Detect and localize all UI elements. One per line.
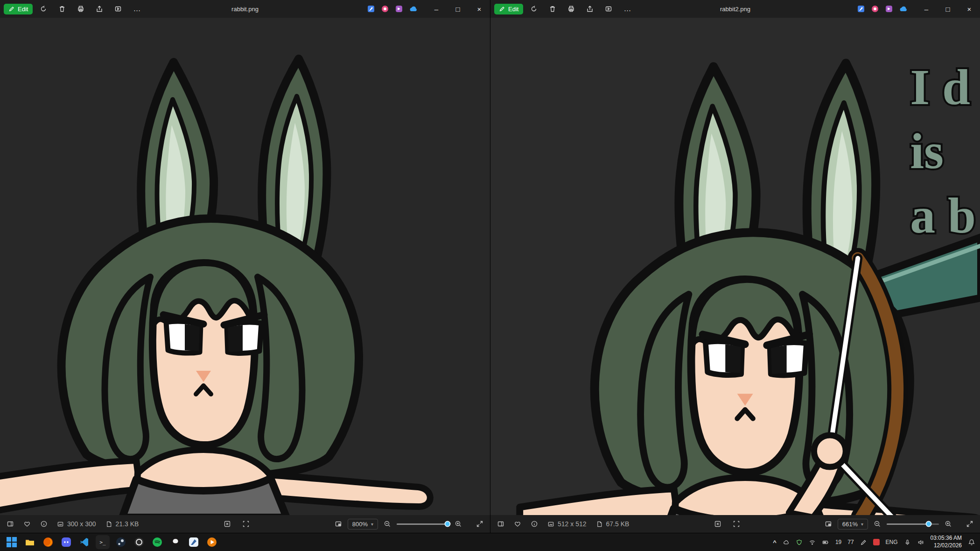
chevron-down-icon: ▾ xyxy=(371,522,373,527)
status-left-group: 512 x 512 67.5 KB xyxy=(497,520,629,528)
zoom-in-icon[interactable] xyxy=(945,520,952,528)
favorite-icon[interactable] xyxy=(23,520,31,528)
language-indicator[interactable]: ENG xyxy=(886,539,898,545)
delete-button[interactable] xyxy=(545,2,560,16)
toolbar-left: Edit … xyxy=(0,2,145,16)
more-button[interactable]: … xyxy=(129,2,145,16)
more-button[interactable]: … xyxy=(619,2,635,16)
recording-indicator-icon[interactable] xyxy=(873,539,880,545)
fit-to-window-icon[interactable] xyxy=(714,520,721,528)
slideshow-button[interactable] xyxy=(601,2,616,16)
thumbnail-toggle-icon[interactable] xyxy=(335,520,342,528)
maximize-button[interactable]: □ xyxy=(937,0,959,18)
info-icon[interactable] xyxy=(40,520,48,528)
onedrive-icon[interactable] xyxy=(899,6,908,12)
maximize-button[interactable]: □ xyxy=(447,0,469,18)
fullscreen-icon[interactable] xyxy=(966,520,973,528)
fit-to-window-icon[interactable] xyxy=(224,520,231,528)
vscode-icon[interactable] xyxy=(77,535,91,549)
edit-button[interactable]: Edit xyxy=(494,4,523,14)
tray-overflow-chevron-icon[interactable]: ^ xyxy=(773,539,777,546)
battery-icon[interactable] xyxy=(822,539,829,546)
tray-counter-b[interactable]: 77 xyxy=(847,539,854,545)
print-button[interactable] xyxy=(73,2,89,16)
share-button[interactable] xyxy=(582,2,598,16)
thumbnail-toggle-icon[interactable] xyxy=(825,520,832,528)
zoom-out-icon[interactable] xyxy=(384,520,391,528)
spotify-icon[interactable] xyxy=(150,535,164,549)
info-icon[interactable] xyxy=(531,520,538,528)
minimize-button[interactable]: – xyxy=(916,0,937,18)
zoom-level-dropdown[interactable]: 661% ▾ xyxy=(838,519,868,530)
zoom-slider[interactable] xyxy=(887,523,939,525)
clock[interactable]: 03:05:36 AM 12/02/2026 xyxy=(931,535,962,549)
filmstrip-toggle-icon[interactable] xyxy=(497,520,504,528)
zoom-slider[interactable] xyxy=(397,523,449,525)
ellipsis-icon: … xyxy=(133,5,140,13)
onedrive-icon[interactable] xyxy=(409,6,418,12)
designer-icon[interactable] xyxy=(367,5,375,13)
zoom-level-dropdown[interactable]: 800% ▾ xyxy=(348,519,378,530)
microphone-icon[interactable] xyxy=(904,539,911,546)
share-button[interactable] xyxy=(91,2,107,16)
favorite-icon[interactable] xyxy=(514,520,521,528)
onedrive-tray-icon[interactable] xyxy=(783,539,790,546)
desktop: Edit … rabbit.png xyxy=(0,0,980,551)
firefox-icon[interactable] xyxy=(41,535,55,549)
photos-window-right: Edit … rabbit2.png xyxy=(490,0,980,533)
close-icon: × xyxy=(967,5,972,13)
zoom-slider-handle[interactable] xyxy=(444,521,450,527)
file-size-value: 67.5 KB xyxy=(606,520,630,528)
file-explorer-icon[interactable] xyxy=(23,535,37,549)
paint-app-icon[interactable] xyxy=(381,5,389,13)
obs-icon[interactable] xyxy=(132,535,146,549)
print-button[interactable] xyxy=(563,2,579,16)
clipchamp-icon[interactable] xyxy=(885,5,893,13)
paint-app-icon[interactable] xyxy=(871,5,879,13)
notification-bell-icon[interactable] xyxy=(968,538,975,546)
krita-icon[interactable] xyxy=(187,535,201,549)
github-icon[interactable] xyxy=(168,535,182,549)
edit-button[interactable]: Edit xyxy=(4,4,33,14)
discord-icon[interactable] xyxy=(59,535,73,549)
statusbar-left: 300 x 300 21.3 KB 800% ▾ xyxy=(0,515,490,533)
close-button[interactable]: × xyxy=(469,0,490,18)
actual-size-icon[interactable] xyxy=(242,520,250,528)
zoom-in-icon[interactable] xyxy=(455,520,462,528)
media-player-icon[interactable] xyxy=(205,535,219,549)
actual-size-icon[interactable] xyxy=(733,520,740,528)
security-shield-icon[interactable] xyxy=(796,539,803,546)
delete-button[interactable] xyxy=(54,2,70,16)
rotate-button[interactable] xyxy=(526,2,542,16)
image-canvas-right[interactable]: I d is a b xyxy=(490,18,980,515)
fullscreen-icon[interactable] xyxy=(476,520,483,528)
filmstrip-toggle-icon[interactable] xyxy=(7,520,14,528)
terminal-icon[interactable]: >_ xyxy=(96,535,110,549)
open-with-apps xyxy=(367,5,418,13)
designer-icon[interactable] xyxy=(857,5,865,13)
titlebar-right-window: Edit … rabbit2.png xyxy=(490,0,980,18)
maximize-icon: □ xyxy=(455,5,460,13)
tray-date: 12/02/2026 xyxy=(931,542,962,550)
trash-icon xyxy=(549,5,556,13)
minimize-icon: – xyxy=(924,5,928,13)
start-button[interactable] xyxy=(5,535,19,549)
windows-row: Edit … rabbit.png xyxy=(0,0,980,533)
slideshow-button[interactable] xyxy=(110,2,126,16)
wifi-icon[interactable] xyxy=(809,539,816,546)
close-button[interactable]: × xyxy=(959,0,980,18)
toolbar-right: Edit … xyxy=(490,2,635,16)
image-canvas-left[interactable] xyxy=(0,18,490,515)
minimize-button[interactable]: – xyxy=(426,0,447,18)
volume-icon[interactable] xyxy=(917,539,924,546)
clipchamp-icon[interactable] xyxy=(395,5,403,13)
rotate-icon xyxy=(40,5,47,13)
pen-tray-icon[interactable] xyxy=(860,539,867,546)
zoom-slider-handle[interactable] xyxy=(925,521,931,527)
steam-icon[interactable] xyxy=(114,535,128,549)
zoom-controls: 800% ▾ xyxy=(335,519,483,530)
tray-counter-a[interactable]: 19 xyxy=(835,539,841,545)
zoom-out-icon[interactable] xyxy=(874,520,881,528)
rotate-button[interactable] xyxy=(35,2,51,16)
print-icon xyxy=(77,5,84,13)
